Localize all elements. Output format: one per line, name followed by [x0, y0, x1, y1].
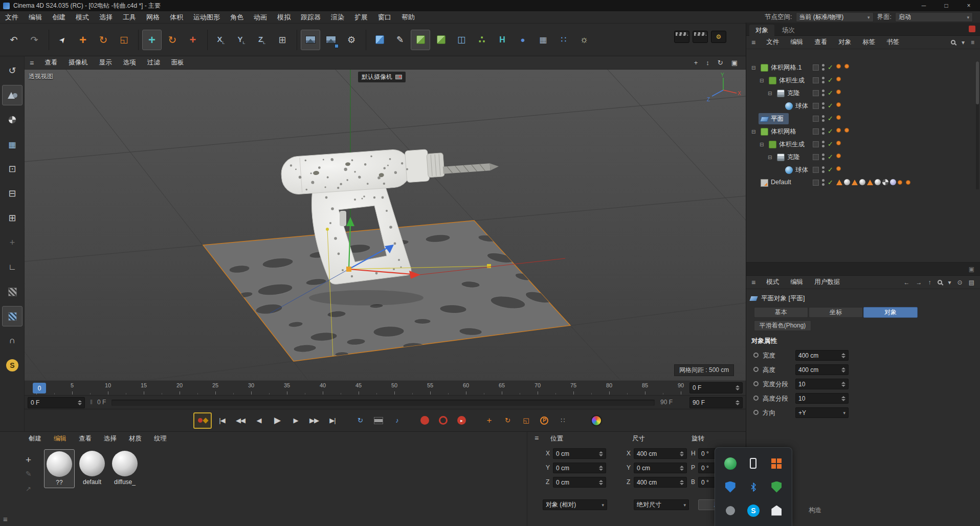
visibility-dots-icon[interactable]	[822, 154, 825, 162]
key-scale-toggle[interactable]: ◱	[518, 413, 534, 428]
expander-icon[interactable]: ⊟	[751, 129, 755, 135]
polygons-mode-button[interactable]: ⊞	[2, 208, 23, 228]
layer-box-icon[interactable]	[813, 128, 819, 135]
coords-mode-select[interactable]: 绝对尺寸▾	[634, 499, 689, 510]
viewport-menu-5[interactable]: 过滤	[142, 58, 166, 67]
tab-coord[interactable]: 坐标	[809, 307, 863, 318]
render-clapper-a[interactable]	[674, 31, 689, 43]
attr-menu-3[interactable]: 用户数据	[809, 278, 845, 287]
tray-icon-misc[interactable]	[719, 499, 741, 522]
mograph-menu[interactable]: ∴	[472, 30, 492, 50]
volume-menu[interactable]	[411, 30, 430, 50]
menubar-item-13[interactable]: 跟踪器	[296, 13, 326, 22]
anim-dot-icon[interactable]	[753, 396, 759, 401]
coords-field[interactable]: 0 cm	[553, 448, 606, 459]
orange-dot-tag-icon[interactable]	[836, 154, 841, 158]
menubar-item-6[interactable]: 工具	[118, 13, 141, 22]
layer-box-icon[interactable]	[813, 141, 819, 147]
om-menu-2[interactable]: 编辑	[785, 38, 809, 47]
timeline-power-slider[interactable]	[112, 400, 655, 406]
new-material-button[interactable]: +	[26, 454, 31, 466]
light-menu[interactable]: ☼	[574, 30, 594, 50]
attr-up-icon[interactable]: ↑	[928, 279, 931, 286]
方向-field[interactable]: +Y▾	[795, 407, 849, 418]
visibility-dots-icon[interactable]	[822, 179, 825, 187]
layer-box-icon[interactable]	[813, 90, 819, 96]
material-menu-3[interactable]: 查看	[73, 434, 98, 443]
menubar-item-17[interactable]: 帮助	[396, 13, 420, 22]
attr-menu-1[interactable]: 模式	[761, 278, 785, 287]
menubar-item-8[interactable]: 体积	[165, 13, 188, 22]
menubar-item-9[interactable]: 运动图形	[188, 13, 225, 22]
generator-menu[interactable]: ◫	[452, 30, 471, 50]
tray-icon-security-blue[interactable]	[719, 476, 741, 498]
keyframe-selection-button[interactable]: ▸	[453, 413, 470, 428]
maximize-button[interactable]: □	[935, 0, 957, 11]
om-menu-1[interactable]: 文件	[761, 38, 785, 47]
timeline-start-field[interactable]: 0 F	[28, 397, 85, 408]
tab-objects[interactable]: 对象	[749, 25, 774, 36]
attr-dock-icon[interactable]: ▣	[969, 266, 974, 273]
layer-box-icon[interactable]	[813, 64, 819, 71]
check-tag-icon[interactable]	[882, 179, 888, 185]
orange-dot-tag-icon[interactable]	[906, 180, 910, 185]
tab-takes[interactable]: 场次	[776, 25, 801, 36]
load-material-icon[interactable]: ↗	[26, 485, 31, 493]
layer-box-icon[interactable]	[813, 116, 819, 122]
play-forward-button[interactable]: ▶	[269, 413, 285, 428]
attr-filter-icon[interactable]: ▾	[948, 279, 951, 286]
tray-icon-onenote[interactable]	[719, 452, 741, 475]
om-filter-icon[interactable]: ▾	[962, 39, 965, 46]
enabled-check-icon[interactable]: ✓	[828, 179, 833, 186]
key-rotation-toggle[interactable]: ↻	[499, 413, 516, 428]
scale-tool[interactable]: ◱	[114, 30, 133, 50]
viewport-menu-4[interactable]: 选项	[118, 58, 142, 67]
anim-dot-icon[interactable]	[753, 367, 759, 372]
enabled-check-icon[interactable]: ✓	[828, 140, 833, 148]
tray-icon-office[interactable]	[766, 452, 788, 475]
anim-dot-icon[interactable]	[753, 381, 759, 386]
points-mode-button[interactable]: ⊡	[2, 159, 23, 179]
make-editable-button[interactable]: ↺	[2, 60, 23, 81]
minimize-button[interactable]: ─	[912, 0, 935, 11]
add-object-button[interactable]: +	[183, 30, 203, 50]
model-mode-button[interactable]	[2, 85, 23, 105]
phong-tag-icon[interactable]	[890, 179, 896, 185]
goto-start-button[interactable]: |◀	[214, 413, 230, 428]
attr-forward-icon[interactable]: →	[916, 279, 922, 286]
snap-settings-button[interactable]: S	[2, 355, 23, 376]
snap-toggle-button[interactable]: ∩	[2, 331, 23, 351]
render-queue-button[interactable]: ⚙	[711, 31, 726, 43]
autokeying-button[interactable]	[435, 413, 451, 428]
om-menu-3[interactable]: 查看	[809, 38, 833, 47]
orange-dot-tag-icon[interactable]	[898, 180, 902, 185]
tree-row-克隆[interactable]: ⊟克隆✓	[746, 151, 974, 164]
tab-object[interactable]: 对象	[863, 307, 918, 318]
enabled-check-icon[interactable]: ✓	[828, 166, 833, 173]
visibility-dots-icon[interactable]	[822, 102, 825, 111]
menubar-item-2[interactable]: 编辑	[24, 13, 47, 22]
enabled-check-icon[interactable]: ✓	[828, 89, 833, 97]
attr-lock-icon[interactable]: ⊙	[957, 279, 963, 286]
coords-field[interactable]: 0 cm	[634, 463, 687, 473]
orange-dot-tag-icon[interactable]	[836, 77, 841, 81]
tree-row-球体[interactable]: 球体✓	[746, 100, 974, 113]
enabled-check-icon[interactable]: ✓	[828, 115, 833, 122]
expander-icon[interactable]: ⊟	[768, 91, 772, 96]
om-search-icon[interactable]	[951, 40, 955, 45]
enabled-check-icon[interactable]: ✓	[828, 102, 833, 109]
orange-dot-tag-icon[interactable]	[836, 141, 841, 145]
timeline-end-field[interactable]: 90 F	[689, 397, 743, 408]
anim-dot-icon[interactable]	[753, 410, 759, 415]
material-item[interactable]: default	[77, 449, 107, 487]
menubar-item-12[interactable]: 模拟	[272, 13, 296, 22]
workplane-mode-button[interactable]: ▦	[2, 134, 23, 155]
attr-menu-icon[interactable]: ≡	[746, 278, 761, 287]
key-position-toggle[interactable]: +	[481, 413, 497, 428]
om-scrollbar[interactable]	[976, 61, 979, 189]
edit-material-icon[interactable]: ✎	[26, 470, 32, 478]
attr-back-icon[interactable]: ←	[904, 279, 910, 286]
menubar-item-11[interactable]: 动画	[249, 13, 272, 22]
visibility-dots-icon[interactable]	[822, 64, 825, 72]
viewport-solo-off-button[interactable]	[2, 281, 23, 302]
